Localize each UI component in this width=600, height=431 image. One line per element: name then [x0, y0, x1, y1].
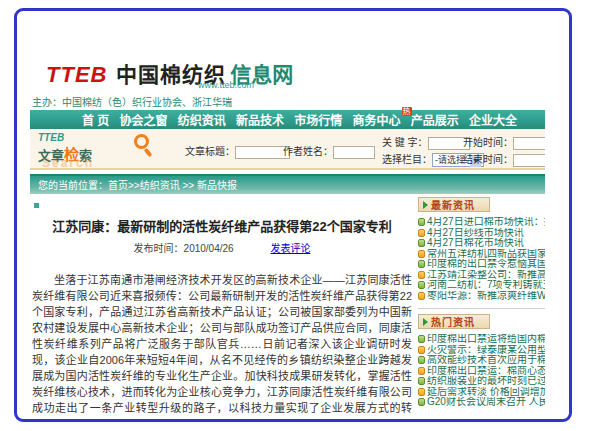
list-item[interactable]: 常州五洋纺机四新品获国家专利 填...	[418, 249, 545, 260]
sidebar-section-title: 热门资讯	[431, 314, 475, 329]
list-item-label: 江苏靖江染整公司：新推高温高压溢...	[427, 270, 545, 280]
list-item-label: 4月27日棉花市场快讯	[427, 238, 524, 248]
list-item[interactable]: G20财长会议周末召开 人民币再度...	[418, 397, 545, 408]
site-header: TTEB 中国棉纺织 信息网 www.tteb.com 主办：中国棉纺（色）织行…	[30, 52, 545, 110]
list-bullet-icon	[418, 398, 425, 406]
list-item-label: 枣阳华源：新推凉爽纤维WinCool系...	[427, 291, 545, 301]
search-brand: TTEB 文章检索 Search	[38, 132, 178, 164]
article: 江苏同康：最新研制的活性炭纤维产品获得第22个国家专利 发布时间：2010/04…	[32, 201, 412, 414]
list-item-label: 延后需求转淡 价格回调增加——中...	[427, 387, 545, 397]
list-item-label: 纺织服装业的最坏时刻已过去	[427, 376, 545, 386]
field-title: 文章标题：	[185, 143, 290, 159]
list-item-label: 印度棉出口禁运将给国内棉市带来什...	[427, 334, 545, 344]
arrow-right-icon	[423, 318, 428, 326]
list-bullet-icon	[418, 281, 425, 289]
breadcrumb-section-link[interactable]: 纺织资讯	[140, 180, 180, 191]
list-bullet-icon	[418, 388, 425, 396]
breadcrumb: 您的当前位置：首页>>纺织资讯 >> 新品快报	[30, 174, 545, 194]
list-item[interactable]: 印度棉出口禁运将给国内棉市带来什...	[418, 334, 545, 345]
nav-item-company-directory[interactable]: 企业大全	[469, 111, 517, 128]
breadcrumb-separator: >>	[182, 180, 194, 191]
list-bullet-icon	[418, 346, 425, 354]
list-item-label: 印度棉的出口禁令惹恼其国内棉业	[427, 259, 545, 269]
breadcrumb-current[interactable]: 新品快报	[197, 180, 237, 191]
page-content: TTEB 中国棉纺织 信息网 www.tteb.com 主办：中国棉纺（色）织行…	[30, 52, 545, 414]
list-item-label: 4月27日进口棉市场快讯：报价略显...	[427, 217, 545, 227]
start-date-input[interactable]	[513, 137, 545, 150]
list-bullet-icon	[418, 239, 425, 247]
column-label: 选择栏目：	[382, 154, 432, 165]
post-comment-link[interactable]: 发表评论	[270, 243, 310, 254]
sidebar-divider	[418, 308, 545, 309]
end-date-label: 结束时间：	[463, 154, 513, 165]
nav-item-business-label: 商务中心	[353, 114, 401, 128]
list-item[interactable]: 延后需求转淡 价格回调增加——中...	[418, 387, 545, 398]
sidebar-section-title: 最新资讯	[431, 197, 475, 212]
list-bullet-icon	[418, 377, 425, 385]
list-item[interactable]: 高效能纱技术首次应用于棉纺领域	[418, 355, 545, 366]
keyword-label: 关 键 字：	[382, 137, 428, 148]
sidebar-section-latest-header: 最新资讯	[418, 197, 490, 212]
breadcrumb-home-link[interactable]: 首页	[108, 180, 128, 191]
nav-item-market[interactable]: 市场行情	[294, 111, 342, 128]
list-bullet-icon	[418, 218, 425, 226]
nav-item-business-center[interactable]: 商务中心热	[353, 111, 401, 128]
list-item-label: 高效能纱技术首次应用于棉纺领域	[427, 355, 545, 365]
arrow-right-icon	[423, 201, 428, 209]
sidebar: 最新资讯 4月27日进口棉市场快讯：报价略显... 4月27日纱线市场快讯 4月…	[418, 197, 545, 408]
organizer-line: 主办：中国棉纺（色）织行业协会、浙江华瑞	[32, 94, 232, 109]
content-corner-marker	[34, 203, 39, 208]
article-body: 坐落于江苏南通市港闸经济技术开发区的高新技术企业——江苏同康活性炭纤维有限公司近…	[32, 272, 412, 414]
list-bullet-icon	[418, 229, 425, 237]
nav-item-product-show[interactable]: 产品展示	[411, 111, 459, 128]
field-author: 作者姓名：	[283, 143, 375, 159]
nav-item-association[interactable]: 协会之窗	[120, 111, 168, 128]
sidebar-section-hot-header: 热门资讯	[418, 314, 490, 329]
list-item-label: G20财长会议周末召开 人民币再度...	[427, 397, 545, 407]
list-item[interactable]: 纺织服装业的最坏时刻已过去	[418, 376, 545, 387]
site-logo[interactable]: TTEB 中国棉纺织 信息网	[42, 58, 293, 88]
logo-tteb-text: TTEB	[42, 62, 111, 88]
list-item[interactable]: 4月27日棉花市场快讯	[418, 238, 545, 249]
hot-news-list: 印度棉出口禁运将给国内棉市带来什... 火灾警示：绿泰康某公用型保税库棉... …	[418, 334, 545, 408]
latest-news-list: 4月27日进口棉市场快讯：报价略显... 4月27日纱线市场快讯 4月27日棉花…	[418, 217, 545, 301]
list-item[interactable]: 印度棉的出口禁令惹恼其国内棉业	[418, 259, 545, 270]
list-item[interactable]: 4月27日进口棉市场快讯：报价略显...	[418, 217, 545, 228]
author-input[interactable]	[333, 146, 375, 159]
list-item[interactable]: 火灾警示：绿泰康某公用型保税库棉...	[418, 345, 545, 356]
list-item[interactable]: 河南二纺机：7项专利铸就王牌锭子...	[418, 280, 545, 291]
list-item-label: 4月27日纱线市场快讯	[427, 228, 524, 238]
list-item[interactable]: 4月27日纱线市场快讯	[418, 228, 545, 239]
list-bullet-icon	[418, 367, 425, 375]
list-item-label: 印度棉出口禁运：棉商心态各异 纺...	[427, 366, 545, 376]
field-keyword: 关 键 字：	[382, 134, 470, 150]
list-item[interactable]: 江苏靖江染整公司：新推高温高压溢...	[418, 270, 545, 281]
list-item-label: 河南二纺机：7项专利铸就王牌锭子...	[427, 280, 545, 290]
main-nav: 首 页 协会之窗 纺织资讯 新品技术 市场行情 商务中心热 产品展示 企业大全	[30, 110, 545, 129]
search-brand-tteb: TTEB	[38, 132, 178, 143]
list-item[interactable]: 印度棉出口禁运：棉商心态各异 纺...	[418, 366, 545, 377]
nav-item-new-products[interactable]: 新品技术	[236, 111, 284, 128]
title-input[interactable]	[235, 146, 290, 159]
list-item[interactable]: 枣阳华源：新推凉爽纤维WinCool系...	[418, 291, 545, 302]
publish-date: 发布时间：2010/04/26	[134, 243, 234, 254]
end-date-input[interactable]	[513, 154, 545, 167]
start-date-label: 开始时间：	[463, 137, 513, 148]
breadcrumb-separator: >>	[128, 180, 140, 191]
field-end-date: 结束时间： …	[463, 151, 545, 167]
search-brand-en: Search	[42, 156, 94, 170]
field-start-date: 开始时间： …	[463, 134, 545, 150]
list-bullet-icon	[418, 271, 425, 279]
nav-item-textile-news[interactable]: 纺织资讯	[178, 111, 226, 128]
magnifier-icon	[134, 134, 149, 149]
article-meta: 发布时间：2010/04/26 发表评论	[32, 240, 412, 255]
list-bullet-icon	[418, 292, 425, 300]
list-item-label: 火灾警示：绿泰康某公用型保税库棉...	[427, 345, 545, 355]
list-bullet-icon	[418, 260, 425, 268]
breadcrumb-prefix: 您的当前位置：	[38, 180, 108, 191]
nav-item-home[interactable]: 首 页	[82, 111, 109, 128]
list-item-label: 常州五洋纺机四新品获国家专利 填...	[427, 249, 545, 259]
site-url: www.tteb.com	[198, 80, 254, 90]
article-title: 江苏同康：最新研制的活性炭纤维产品获得第22个国家专利	[32, 216, 412, 235]
author-label: 作者姓名：	[283, 146, 333, 157]
